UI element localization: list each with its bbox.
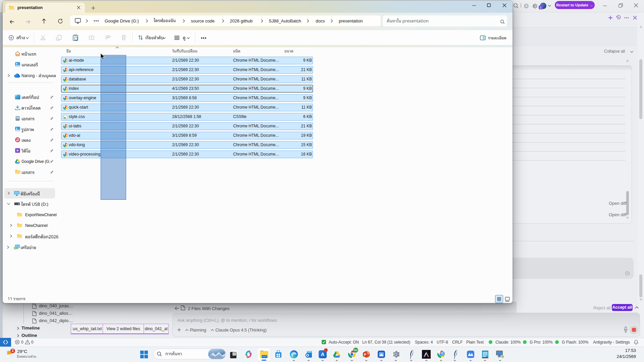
svg-text:P: P xyxy=(364,353,366,357)
